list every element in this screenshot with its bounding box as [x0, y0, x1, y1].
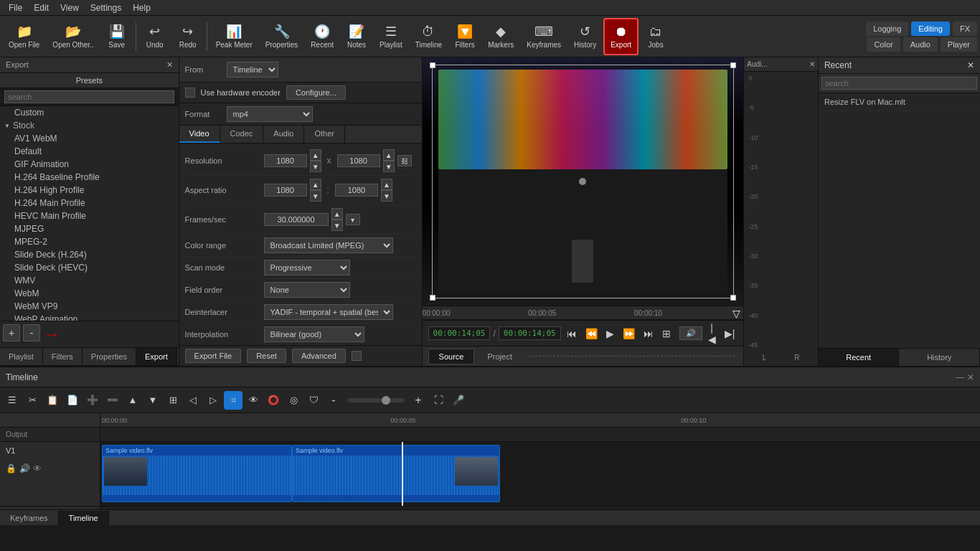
resolution-width-input[interactable]	[264, 154, 307, 167]
preset-hevc[interactable]: HEVC Main Profile	[0, 209, 179, 222]
skip-start-button[interactable]: ⏮	[564, 326, 580, 341]
tl-cut-button[interactable]: ✂	[23, 391, 42, 410]
tl-zoom-in-button[interactable]: +	[409, 391, 428, 410]
markers-button[interactable]: ◆ Markers	[482, 18, 519, 55]
track-audio-icon[interactable]: 🔊	[19, 463, 30, 474]
preset-search-input[interactable]	[4, 90, 174, 103]
format-select[interactable]: mp4	[227, 106, 313, 122]
fps-down[interactable]: ▼	[331, 220, 343, 231]
color-range-select[interactable]: Broadcast Limited (MPEG)	[264, 237, 393, 253]
track-eye-icon[interactable]: 👁	[33, 463, 42, 474]
preset-h264-high[interactable]: H.264 High Profile	[0, 184, 179, 197]
timeline-close-icon[interactable]: ✕	[967, 372, 974, 382]
keyframes-button[interactable]: ⌨ Keyframes	[521, 18, 567, 55]
export-button[interactable]: ⏺ Export	[603, 18, 639, 55]
preset-webp[interactable]: WebP Animation	[0, 313, 179, 321]
tl-fit-button[interactable]: ⛶	[429, 391, 448, 410]
logging-workspace-button[interactable]: Logging	[866, 22, 908, 36]
tl-paste-button[interactable]: 📄	[63, 391, 82, 410]
preset-gif[interactable]: GIF Animation	[0, 158, 179, 171]
remove-preset-button[interactable]: -	[23, 324, 40, 342]
extra-button-2[interactable]: ▶|	[722, 326, 738, 341]
prev-frame-button[interactable]: ⏪	[583, 326, 600, 341]
preset-mpeg2[interactable]: MPEG-2	[0, 235, 179, 248]
fx-workspace-button[interactable]: FX	[953, 22, 977, 36]
field-order-select[interactable]: None	[264, 282, 350, 298]
audio-tab[interactable]: Audio	[263, 126, 304, 143]
preset-wmv[interactable]: WMV	[0, 274, 179, 287]
tl-split-button[interactable]: ⊞	[164, 391, 182, 410]
res-w-up[interactable]: ▲	[310, 149, 321, 161]
track-lock-icon[interactable]: 🔒	[6, 463, 17, 474]
peak-meter-button[interactable]: 📊 Peak Meter	[210, 18, 258, 55]
open-file-button[interactable]: 📁 Open File	[3, 18, 45, 55]
clip-1[interactable]: Sample video.flv	[102, 445, 292, 502]
res-h-down[interactable]: ▼	[383, 161, 395, 172]
preset-av1webm[interactable]: AV1 WebM	[0, 132, 179, 145]
filters-tab[interactable]: Filters	[43, 348, 83, 365]
export-checkbox[interactable]	[352, 351, 362, 361]
open-other-button[interactable]: 📂 Open Other..	[47, 18, 99, 55]
tl-lift-button[interactable]: ▲	[123, 391, 142, 410]
timeline-bottom-tab[interactable]: Timeline	[59, 511, 109, 525]
codec-tab[interactable]: Codec	[220, 126, 264, 143]
recent-button[interactable]: 🕐 Recent	[305, 18, 339, 55]
preset-h264-main[interactable]: H.264 Main Profile	[0, 197, 179, 209]
audio-workspace-button[interactable]: Audio	[903, 37, 938, 52]
properties-button[interactable]: 🔧 Properties	[260, 18, 304, 55]
undo-button[interactable]: ↩ Undo	[139, 18, 171, 55]
redo-button[interactable]: ↪ Redo	[172, 18, 204, 55]
res-link[interactable]: ⛓	[397, 155, 412, 166]
menu-settings[interactable]: Settings	[85, 1, 127, 14]
tl-ripple-button[interactable]: 👁	[244, 391, 263, 410]
preset-slide-h264[interactable]: Slide Deck (H.264)	[0, 248, 179, 261]
source-tab[interactable]: Source	[428, 349, 475, 364]
preset-webm[interactable]: WebM	[0, 287, 179, 300]
tl-add-button[interactable]: ➕	[83, 391, 102, 410]
recent-search-input[interactable]	[821, 77, 977, 90]
audio-close-icon[interactable]: ✕	[809, 60, 815, 68]
play-button[interactable]: ▶	[603, 326, 617, 341]
preset-mjpeg[interactable]: MJPEG	[0, 222, 179, 235]
preset-slide-hevc[interactable]: Slide Deck (HEVC)	[0, 261, 179, 274]
playlist-button[interactable]: ☰ Playlist	[374, 18, 408, 55]
close-left-icon[interactable]: ✕	[166, 60, 173, 70]
recent-item-0[interactable]: Resize FLV on Mac.mlt	[819, 93, 980, 111]
history-button[interactable]: ↺ History	[568, 18, 602, 55]
other-tab[interactable]: Other	[304, 126, 345, 143]
tl-next-button[interactable]: ▷	[204, 391, 222, 410]
tl-prev-button[interactable]: ◁	[184, 391, 202, 410]
tl-play-all-button[interactable]: ◎	[284, 391, 303, 410]
preset-default[interactable]: Default	[0, 145, 179, 158]
advanced-button[interactable]: Advanced	[292, 349, 346, 363]
tl-mic-button[interactable]: 🎤	[449, 391, 468, 410]
jobs-button[interactable]: 🗂 Jobs	[640, 18, 672, 55]
notes-button[interactable]: 📝 Notes	[341, 18, 372, 55]
tl-overwrite-button[interactable]: ▼	[143, 391, 162, 410]
aspect-w-input[interactable]	[264, 184, 307, 197]
hw-encoder-checkbox[interactable]	[185, 88, 195, 98]
add-preset-button[interactable]: +	[3, 324, 20, 342]
menu-file[interactable]: File	[3, 1, 28, 14]
player-workspace-button[interactable]: Player	[941, 37, 977, 52]
toggle-zoom-button[interactable]: ⊞	[659, 326, 674, 341]
far-right-close-icon[interactable]: ✕	[967, 60, 974, 70]
fps-up[interactable]: ▲	[331, 208, 343, 220]
aspect-h-input[interactable]	[335, 184, 378, 197]
tl-zoom-out-button[interactable]: -	[324, 391, 343, 410]
interpolation-select[interactable]: Bilinear (good)	[264, 326, 364, 342]
timecode-current[interactable]: 00:00:14;05	[428, 326, 491, 340]
preset-webm-vp9[interactable]: WebM VP9	[0, 300, 179, 313]
configure-button[interactable]: Configure...	[286, 85, 346, 100]
volume-control[interactable]: 🔊	[679, 326, 702, 340]
from-select[interactable]: Timeline	[227, 62, 278, 77]
menu-edit[interactable]: Edit	[28, 1, 55, 14]
scan-mode-select[interactable]: Progressive	[264, 260, 350, 276]
save-button[interactable]: 💾 Save	[101, 18, 133, 55]
reset-button[interactable]: Reset	[247, 349, 286, 363]
next-frame-button[interactable]: ⏩	[620, 326, 638, 341]
tl-zoom-slider[interactable]	[347, 398, 405, 402]
tl-snap-button[interactable]: ⌗	[224, 391, 242, 410]
asp-h-down[interactable]: ▼	[381, 190, 392, 202]
preset-h264-baseline[interactable]: H.264 Baseline Profile	[0, 171, 179, 184]
